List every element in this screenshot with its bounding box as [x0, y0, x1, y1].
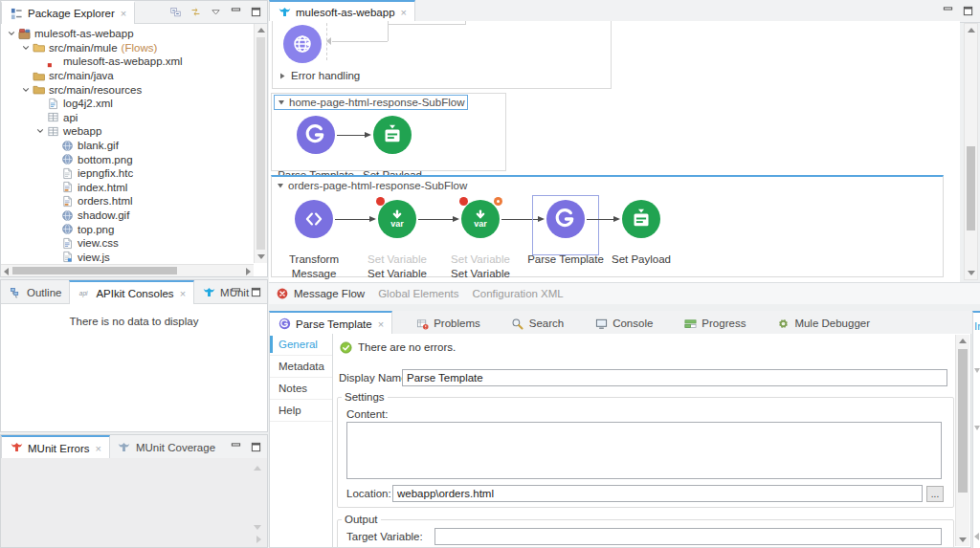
- minimize-icon[interactable]: [941, 4, 954, 17]
- tree-item-mulesoft-as-webapp[interactable]: mulesoft-as-webapp: [1, 27, 253, 41]
- collapse-all-icon[interactable]: [168, 5, 182, 18]
- tab-parse-template[interactable]: Parse Template×: [269, 311, 392, 335]
- tree-item-label: src/main/resources: [49, 84, 142, 96]
- editor-tab-global-elements[interactable]: Global Elements: [378, 288, 458, 299]
- step-labels: Set VariableSet Variabletable body: [437, 252, 523, 282]
- mule-file-icon: path d="M0.8,2.5 C2.6,6.8 4.6,7.8 6.2,6.…: [46, 55, 59, 68]
- editor-tab-message-flow[interactable]: Message Flow: [276, 287, 365, 300]
- properties-vscrollbar[interactable]: [955, 335, 969, 546]
- maximize-icon[interactable]: [249, 285, 262, 298]
- message-flow-canvas[interactable]: Error handling home-page-html-response-S…: [269, 21, 960, 282]
- tab-search[interactable]: Search: [503, 311, 571, 334]
- tree-item-src-main-mule[interactable]: src/main/mule(Flows): [1, 41, 253, 55]
- close-icon[interactable]: ×: [121, 8, 126, 19]
- tree-item-webapp[interactable]: webapp: [1, 124, 253, 139]
- tree-item-iepngfix-htc[interactable]: iepngfix.htc: [1, 166, 253, 181]
- step-label: Message: [271, 267, 357, 281]
- expander-open-icon[interactable]: [19, 86, 32, 94]
- package-explorer-vscrollbar[interactable]: [254, 24, 267, 263]
- flow-step-set-payload[interactable]: Set Payload: [349, 116, 435, 183]
- view-menu-icon[interactable]: [209, 5, 222, 18]
- tab-label: Search: [529, 318, 564, 329]
- package-explorer-tree: mulesoft-as-webappsrc/main/mule(Flows)pa…: [1, 24, 253, 263]
- tab-munit-errors[interactable]: MUnit Errors×: [1, 435, 110, 459]
- flow-title[interactable]: orders-page-html-response-SubFlow: [274, 179, 470, 192]
- properties-sidebar-general[interactable]: General: [270, 334, 332, 356]
- flow-step-parse-template[interactable]: Parse Template: [523, 200, 609, 267]
- browse-button[interactable]: ...: [926, 486, 944, 502]
- tree-item-view-js[interactable]: view.js: [1, 251, 253, 264]
- maximize-icon[interactable]: [249, 5, 262, 18]
- tree-item-shadow-gif[interactable]: shadow.gif: [1, 208, 253, 223]
- close-icon[interactable]: ×: [401, 7, 407, 18]
- tab-mule-debugger[interactable]: Mule Debugger: [768, 311, 878, 334]
- source-folder-icon: [32, 83, 45, 97]
- error-handling-section[interactable]: Error handling: [278, 69, 360, 83]
- close-icon[interactable]: ×: [180, 288, 186, 299]
- tree-item-label: mulesoft-as-webapp.xml: [63, 55, 183, 67]
- target-variable-input[interactable]: [434, 528, 942, 545]
- sidebar-item-label: Help: [278, 405, 301, 416]
- flow-title[interactable]: home-page-html-response-SubFlow: [274, 95, 468, 110]
- tree-item-bottom-png[interactable]: bottom.png: [1, 152, 253, 166]
- tab-progress[interactable]: Progress: [676, 311, 753, 334]
- maximize-icon[interactable]: [249, 440, 262, 453]
- properties-area: Parse Template×ProblemsSearchConsoleProg…: [269, 304, 971, 548]
- tab-outline[interactable]: Outline: [1, 280, 69, 303]
- tree-item-mulesoft-as-webapp-xml[interactable]: path d="M0.8,2.5 C2.6,6.8 4.6,7.8 6.2,6.…: [1, 55, 253, 69]
- editor-tab-configuration-xml[interactable]: Configuration XML: [473, 288, 564, 299]
- error-handling-label: Error handling: [291, 69, 360, 83]
- minimize-icon[interactable]: [229, 5, 242, 18]
- location-input[interactable]: [392, 485, 923, 502]
- package-explorer-hscrollbar[interactable]: [1, 264, 254, 276]
- tree-item-src-main-resources[interactable]: src/main/resources: [1, 82, 253, 97]
- parse-template-icon: [278, 318, 291, 331]
- tree-item-orders-html[interactable]: orders.html: [1, 194, 253, 208]
- http-listener-node[interactable]: [283, 25, 322, 63]
- close-icon[interactable]: ×: [96, 443, 101, 454]
- tab-munit-coverage[interactable]: MUnit Coverage: [110, 435, 223, 458]
- flow-step-set-variable[interactable]: varSet VariableSet Variabletable body: [437, 200, 523, 282]
- css-file-icon: [60, 236, 74, 250]
- flow-container-orders-page[interactable]: orders-page-html-response-SubFlow Transf…: [271, 175, 944, 277]
- properties-sidebar-metadata[interactable]: Metadata: [270, 356, 332, 378]
- flow-step-set-variable[interactable]: varSet VariableSet Variabletable header: [354, 200, 440, 282]
- tree-item-blank-gif[interactable]: blank.gif: [1, 139, 253, 153]
- tab-label: Progress: [702, 318, 746, 329]
- tab-apikit-consoles[interactable]: apiAPIkit Consoles×: [69, 280, 194, 304]
- flow-container-home-page[interactable]: home-page-html-response-SubFlow Parse Te…: [271, 93, 506, 171]
- tree-item-src-main-java[interactable]: src/main/java: [1, 69, 253, 83]
- flow-step-transform-message[interactable]: TransformMessage: [271, 200, 357, 281]
- tab-label: Configuration XML: [473, 288, 564, 299]
- tab-label: Console: [612, 318, 653, 329]
- expander-open-icon[interactable]: [33, 127, 46, 135]
- munit-errors-content: [1, 458, 267, 547]
- display-name-input[interactable]: [402, 369, 947, 386]
- canvas-vscrollbar[interactable]: [964, 23, 978, 280]
- tab-package-explorer[interactable]: Package Explorer ×: [1, 1, 135, 24]
- tab-problems[interactable]: Problems: [408, 311, 488, 334]
- progress-icon: [683, 317, 697, 330]
- tree-item-view-css[interactable]: view.css: [1, 236, 253, 251]
- tab-console[interactable]: Console: [587, 311, 660, 334]
- minimize-icon[interactable]: [229, 440, 242, 453]
- minimize-icon[interactable]: [229, 285, 242, 298]
- tree-item-api[interactable]: api: [1, 111, 253, 125]
- flow-step-parse-template[interactable]: Parse Template: [273, 116, 359, 183]
- flow-container-1[interactable]: Error handling: [272, 21, 612, 89]
- link-with-editor-icon[interactable]: [189, 5, 202, 18]
- connector-line: [388, 24, 389, 41]
- tree-item-index-html[interactable]: index.html: [1, 181, 253, 195]
- close-icon[interactable]: ×: [378, 318, 384, 330]
- properties-sidebar-notes[interactable]: Notes: [270, 378, 332, 400]
- error-marker: [376, 197, 385, 206]
- expander-open-icon[interactable]: [19, 44, 32, 52]
- flow-step-set-payload[interactable]: Set Payload: [598, 200, 684, 267]
- content-textarea[interactable]: [346, 422, 942, 479]
- tab-mulesoft-as-webapp[interactable]: mulesoft-as-webapp ×: [269, 0, 415, 23]
- properties-sidebar-help[interactable]: Help: [270, 400, 332, 422]
- maximize-icon[interactable]: [961, 4, 974, 17]
- expander-open-icon[interactable]: [5, 30, 17, 37]
- tree-item-top-png[interactable]: top.png: [1, 222, 253, 236]
- tree-item-log4j2-xml[interactable]: log4j2.xml: [1, 97, 253, 111]
